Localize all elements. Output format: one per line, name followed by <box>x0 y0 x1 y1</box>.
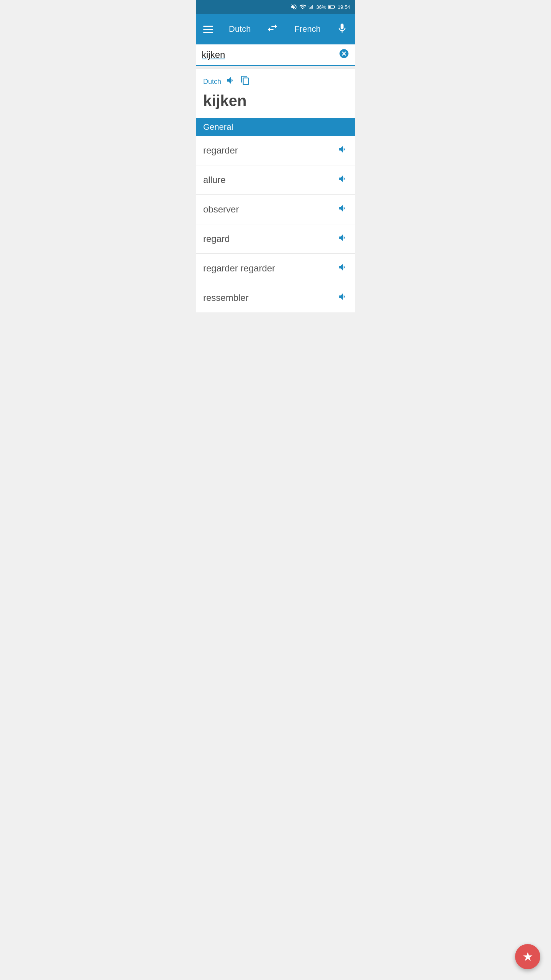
translation-copy-button[interactable] <box>240 75 250 88</box>
status-bar: 36% 19:54 <box>196 0 355 14</box>
search-input[interactable] <box>202 49 339 60</box>
result-audio-button[interactable] <box>338 203 348 216</box>
translation-card: Dutch kijken <box>196 68 355 118</box>
result-audio-button[interactable] <box>338 233 348 245</box>
result-item[interactable]: observer <box>196 195 355 224</box>
result-word: ressembler <box>203 292 249 303</box>
menu-button[interactable] <box>203 26 213 33</box>
result-item[interactable]: regarder regarder <box>196 254 355 283</box>
clear-search-button[interactable] <box>339 48 349 61</box>
toolbar: Dutch French <box>196 14 355 44</box>
result-word: allure <box>203 175 226 185</box>
section-header-label: General <box>203 122 233 132</box>
result-item[interactable]: regard <box>196 224 355 254</box>
result-word: regarder <box>203 145 238 156</box>
target-language-button[interactable]: French <box>294 24 320 34</box>
results-list: regarderallureobserverregardregarder reg… <box>196 136 355 312</box>
result-word: observer <box>203 204 239 215</box>
result-audio-button[interactable] <box>338 292 348 304</box>
result-word: regarder regarder <box>203 263 275 274</box>
translation-card-header: Dutch <box>203 75 348 88</box>
result-audio-button[interactable] <box>338 262 348 274</box>
wifi-icon <box>299 3 306 10</box>
result-item[interactable]: regarder <box>196 136 355 165</box>
microphone-button[interactable] <box>336 23 348 36</box>
section-header: General <box>196 118 355 136</box>
svg-rect-1 <box>334 6 335 8</box>
result-item[interactable]: ressembler <box>196 283 355 312</box>
battery-icon <box>328 5 336 9</box>
muted-icon <box>290 3 297 10</box>
battery-level: 36% <box>316 4 326 10</box>
result-word: regard <box>203 234 230 244</box>
source-language-button[interactable]: Dutch <box>229 24 251 34</box>
time-display: 19:54 <box>337 4 350 10</box>
translation-audio-button[interactable] <box>226 75 236 88</box>
translation-lang-label: Dutch <box>203 78 221 86</box>
result-item[interactable]: allure <box>196 165 355 195</box>
swap-languages-button[interactable] <box>266 22 279 37</box>
result-audio-button[interactable] <box>338 174 348 186</box>
signal-icon <box>308 3 314 10</box>
svg-rect-2 <box>329 6 331 8</box>
translation-source-word: kijken <box>203 92 348 109</box>
result-audio-button[interactable] <box>338 144 348 157</box>
search-bar <box>196 44 355 66</box>
